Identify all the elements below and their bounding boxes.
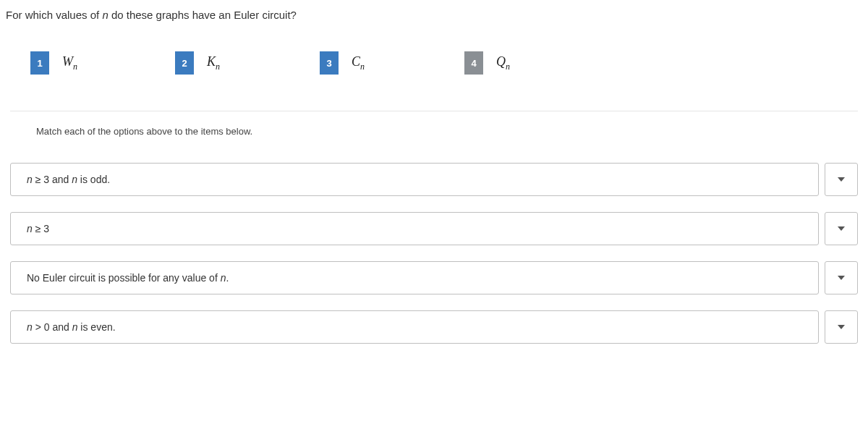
option-label-sub: n [216,61,220,71]
option-item[interactable]: 4Qn [464,51,609,75]
match-dropdown[interactable] [825,163,858,196]
match-dropdown[interactable] [825,212,858,245]
question-prefix: For which values of [6,9,102,21]
chevron-down-icon [838,276,845,280]
match-dropdown[interactable] [825,310,858,344]
options-row: 1Wn2Kn3Cn4Qn [6,51,862,75]
question-text: For which values of n do these graphs ha… [6,9,862,21]
question-var: n [102,9,108,21]
option-number-badge: 1 [30,51,49,75]
option-item[interactable]: 2Kn [175,51,320,75]
option-item[interactable]: 3Cn [320,51,464,75]
option-label-sub: n [506,61,510,71]
match-rows: n ≥ 3 and n is odd.n ≥ 3No Euler circuit… [6,147,862,344]
chevron-down-icon [838,325,845,329]
match-row: n > 0 and n is even. [10,310,858,344]
match-item-text: n ≥ 3 [10,212,819,245]
instruction-text: Match each of the options above to the i… [36,126,832,137]
option-label-sub: n [360,61,365,71]
match-row: n ≥ 3 [10,212,858,245]
option-label-main: Q [496,54,506,69]
option-label-main: W [62,54,73,69]
option-number-badge: 3 [320,51,339,75]
question-suffix: do these graphs have an Euler circuit? [109,9,297,21]
option-number-badge: 4 [464,51,483,75]
option-label: Kn [207,54,220,72]
chevron-down-icon [838,226,845,231]
match-item-text: n > 0 and n is even. [10,310,819,344]
option-number-badge: 2 [175,51,194,75]
instruction-section: Match each of the options above to the i… [10,111,858,147]
option-label: Cn [352,54,365,72]
option-item[interactable]: 1Wn [30,51,175,75]
option-label-sub: n [73,61,77,71]
match-item-text: No Euler circuit is possible for any val… [10,261,819,294]
option-label-main: C [352,54,360,69]
match-dropdown[interactable] [825,261,858,294]
option-label-main: K [207,54,216,69]
match-item-text: n ≥ 3 and n is odd. [10,163,819,196]
option-label: Qn [496,54,510,72]
option-label: Wn [62,54,77,72]
match-row: No Euler circuit is possible for any val… [10,261,858,294]
chevron-down-icon [838,177,845,182]
match-row: n ≥ 3 and n is odd. [10,163,858,196]
